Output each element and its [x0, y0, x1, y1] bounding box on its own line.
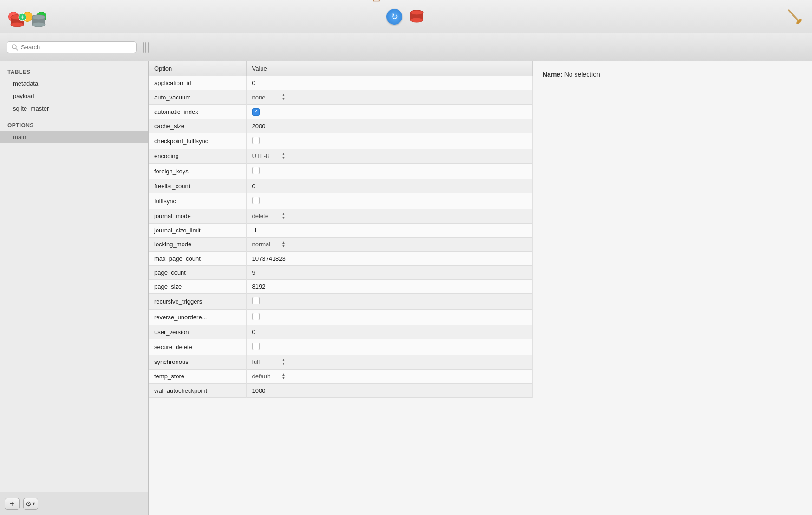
option-name-cell: secure_delete — [149, 339, 246, 355]
search-input[interactable] — [21, 44, 131, 51]
window-title: 📋 menu-button.sketch — [372, 0, 441, 2]
checkbox-checked[interactable] — [252, 108, 260, 116]
checkbox-unchecked[interactable] — [252, 313, 260, 320]
option-name-cell: user_version — [149, 325, 246, 339]
stepper-value: UTF-8 — [252, 152, 280, 159]
svg-point-2 — [11, 22, 24, 27]
stepper-control[interactable]: default▲▼ — [252, 373, 286, 380]
db-icon-center[interactable] — [408, 8, 426, 26]
stepper-arrows[interactable]: ▲▼ — [282, 358, 286, 366]
checkbox-unchecked[interactable] — [252, 167, 260, 174]
db-icon-area: + → — [8, 13, 47, 30]
option-name-cell: auto_vacuum — [149, 90, 246, 105]
right-panel: Name: No selection — [533, 61, 812, 515]
name-label-key: Name: — [543, 71, 563, 78]
toolbar — [0, 33, 812, 61]
checkbox-unchecked[interactable] — [252, 343, 260, 350]
table-row: max_page_count1073741823 — [149, 251, 533, 265]
stepper-control[interactable]: none▲▼ — [252, 93, 286, 101]
option-value-cell[interactable]: UTF-8▲▼ — [246, 149, 533, 163]
stepper-arrows[interactable]: ▲▼ — [282, 212, 286, 220]
stepper-arrows[interactable]: ▲▼ — [282, 152, 286, 160]
option-value-cell[interactable]: default▲▼ — [246, 369, 533, 383]
sidebar-item-metadata[interactable]: metadata — [0, 77, 148, 90]
sidebar-item-main[interactable]: main — [0, 131, 148, 143]
checkbox-unchecked[interactable] — [252, 297, 260, 304]
option-value-cell[interactable]: none▲▼ — [246, 90, 533, 105]
stepper-control[interactable]: full▲▼ — [252, 358, 286, 366]
option-name-cell: page_size — [149, 279, 246, 293]
option-value-cell: 0 — [246, 179, 533, 193]
option-value-cell: 8192 — [246, 279, 533, 293]
option-value-cell: 1000 — [246, 383, 533, 397]
option-value-cell[interactable] — [246, 339, 533, 355]
search-icon — [12, 44, 18, 51]
option-name-cell: reverse_unordere... — [149, 309, 246, 325]
sidebar-bottom: + ⚙ ▼ — [0, 492, 148, 515]
option-value-cell[interactable] — [246, 293, 533, 309]
options-table[interactable]: Option Value application_id0auto_vacuumn… — [149, 61, 533, 515]
option-name-cell: recursive_triggers — [149, 293, 246, 309]
option-name-cell: locking_mode — [149, 237, 246, 251]
col-header-option: Option — [149, 61, 246, 76]
settings-chevron: ▼ — [32, 502, 36, 506]
option-value-cell[interactable] — [246, 193, 533, 209]
broom-icon[interactable] — [784, 7, 803, 26]
refresh-icon[interactable]: ↻ — [386, 9, 402, 25]
svg-point-14 — [410, 10, 423, 15]
table-container: Option Value application_id0auto_vacuumn… — [149, 61, 533, 515]
table-row: journal_size_limit-1 — [149, 223, 533, 237]
option-value-cell[interactable] — [246, 105, 533, 119]
option-value-cell: 0 — [246, 76, 533, 90]
option-value-cell[interactable] — [246, 133, 533, 149]
table-row: journal_modedelete▲▼ — [149, 209, 533, 223]
settings-button[interactable]: ⚙ ▼ — [23, 498, 38, 510]
option-name-cell: wal_autocheckpoint — [149, 383, 246, 397]
search-box[interactable] — [7, 41, 137, 53]
sidebar: TABLES metadata payload sqlite_master OP… — [0, 61, 149, 515]
option-name-cell: journal_size_limit — [149, 223, 246, 237]
svg-point-8 — [32, 22, 45, 27]
option-value-cell: 1073741823 — [246, 251, 533, 265]
option-value-cell[interactable] — [246, 163, 533, 179]
table-row: auto_vacuumnone▲▼ — [149, 90, 533, 105]
stepper-value: delete — [252, 212, 280, 219]
option-name-cell: synchronous — [149, 355, 246, 369]
export-db-icon[interactable]: → — [30, 13, 47, 30]
option-value-cell[interactable]: delete▲▼ — [246, 209, 533, 223]
option-name-cell: journal_mode — [149, 209, 246, 223]
sidebar-item-payload[interactable]: payload — [0, 90, 148, 102]
option-value-cell: -1 — [246, 223, 533, 237]
stepper-control[interactable]: delete▲▼ — [252, 212, 286, 220]
content-area: Option Value application_id0auto_vacuumn… — [149, 61, 812, 515]
add-button[interactable]: + — [5, 498, 20, 510]
checkbox-unchecked[interactable] — [252, 197, 260, 204]
stepper-control[interactable]: UTF-8▲▼ — [252, 152, 286, 160]
table-row: foreign_keys — [149, 163, 533, 179]
stepper-control[interactable]: normal▲▼ — [252, 241, 286, 248]
sidebar-item-sqlite-master[interactable]: sqlite_master — [0, 102, 148, 115]
option-value-cell[interactable]: normal▲▼ — [246, 237, 533, 251]
table-row: recursive_triggers — [149, 293, 533, 309]
table-row: automatic_index — [149, 105, 533, 119]
stepper-value: default — [252, 373, 280, 380]
option-name-cell: max_page_count — [149, 251, 246, 265]
option-name-cell: freelist_count — [149, 179, 246, 193]
add-db-icon[interactable]: + — [8, 13, 26, 30]
svg-line-18 — [16, 48, 18, 50]
stepper-arrows[interactable]: ▲▼ — [282, 93, 286, 101]
option-name-cell: page_count — [149, 265, 246, 279]
table-row: user_version0 — [149, 325, 533, 339]
titlebar: + → ↻ 📋 menu-button.sketch — [0, 0, 812, 33]
broom-svg — [784, 7, 803, 25]
checkbox-unchecked[interactable] — [252, 137, 260, 144]
option-name-cell: temp_store — [149, 369, 246, 383]
stepper-arrows[interactable]: ▲▼ — [282, 241, 286, 248]
name-label-no-selection: No selection — [564, 71, 600, 78]
option-value-cell[interactable]: full▲▼ — [246, 355, 533, 369]
svg-text:→: → — [40, 14, 47, 21]
option-name-cell: foreign_keys — [149, 163, 246, 179]
option-value-cell[interactable] — [246, 309, 533, 325]
option-name-cell: application_id — [149, 76, 246, 90]
stepper-arrows[interactable]: ▲▼ — [282, 373, 286, 380]
